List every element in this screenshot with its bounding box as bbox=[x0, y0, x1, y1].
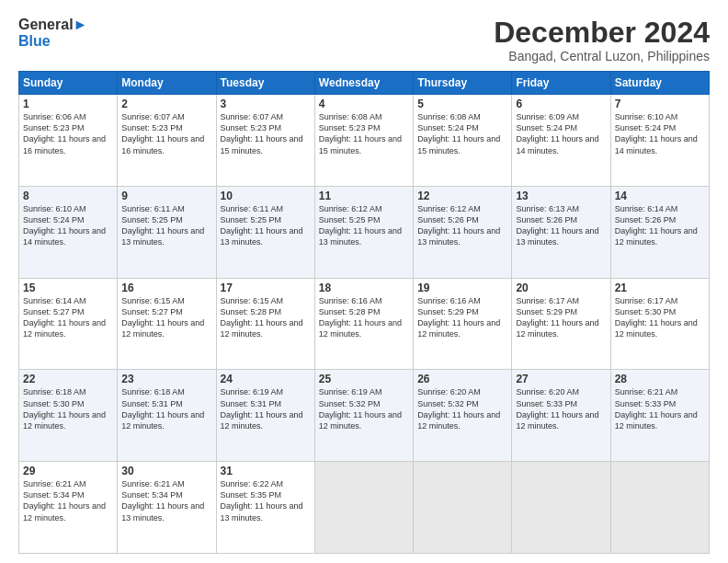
calendar-week-1: 1Sunrise: 6:06 AMSunset: 5:23 PMDaylight… bbox=[19, 95, 710, 187]
day-info: Sunrise: 6:07 AMSunset: 5:23 PMDaylight:… bbox=[121, 111, 211, 156]
day-info: Sunrise: 6:14 AMSunset: 5:27 PMDaylight:… bbox=[23, 295, 113, 340]
day-info: Sunrise: 6:16 AMSunset: 5:28 PMDaylight:… bbox=[319, 295, 409, 340]
day-info: Sunrise: 6:17 AMSunset: 5:30 PMDaylight:… bbox=[615, 295, 705, 340]
calendar-cell: 7Sunrise: 6:10 AMSunset: 5:24 PMDaylight… bbox=[610, 95, 709, 187]
col-monday: Monday bbox=[118, 72, 216, 95]
day-number: 5 bbox=[417, 98, 507, 110]
day-number: 31 bbox=[221, 465, 311, 477]
calendar-cell: 4Sunrise: 6:08 AMSunset: 5:23 PMDaylight… bbox=[314, 95, 413, 187]
day-info: Sunrise: 6:17 AMSunset: 5:29 PMDaylight:… bbox=[516, 295, 606, 340]
calendar-cell: 28Sunrise: 6:21 AMSunset: 5:33 PMDayligh… bbox=[610, 370, 709, 462]
day-info: Sunrise: 6:10 AMSunset: 5:24 PMDaylight:… bbox=[615, 111, 705, 156]
calendar-week-2: 8Sunrise: 6:10 AMSunset: 5:24 PMDaylight… bbox=[19, 186, 710, 278]
logo-line1: General► bbox=[18, 17, 87, 33]
day-info: Sunrise: 6:12 AMSunset: 5:26 PMDaylight:… bbox=[417, 203, 507, 248]
calendar-week-3: 15Sunrise: 6:14 AMSunset: 5:27 PMDayligh… bbox=[19, 278, 710, 370]
day-number: 17 bbox=[221, 282, 311, 294]
day-info: Sunrise: 6:08 AMSunset: 5:23 PMDaylight:… bbox=[319, 111, 409, 156]
col-tuesday: Tuesday bbox=[216, 72, 314, 95]
main-title: December 2024 bbox=[494, 17, 710, 49]
calendar-cell: 8Sunrise: 6:10 AMSunset: 5:24 PMDaylight… bbox=[19, 186, 118, 278]
calendar-cell: 16Sunrise: 6:15 AMSunset: 5:27 PMDayligh… bbox=[118, 278, 216, 370]
day-number: 8 bbox=[23, 190, 113, 202]
title-block: December 2024 Bangad, Central Luzon, Phi… bbox=[494, 17, 710, 63]
day-info: Sunrise: 6:08 AMSunset: 5:24 PMDaylight:… bbox=[417, 111, 507, 156]
day-info: Sunrise: 6:18 AMSunset: 5:31 PMDaylight:… bbox=[121, 386, 211, 431]
day-number: 1 bbox=[23, 98, 113, 110]
day-number: 11 bbox=[319, 190, 409, 202]
page: General► Blue December 2024 Bangad, Cent… bbox=[0, 0, 728, 563]
calendar-cell: 17Sunrise: 6:15 AMSunset: 5:28 PMDayligh… bbox=[216, 278, 314, 370]
calendar-cell: 1Sunrise: 6:06 AMSunset: 5:23 PMDaylight… bbox=[19, 95, 118, 187]
day-number: 15 bbox=[23, 282, 113, 294]
day-info: Sunrise: 6:22 AMSunset: 5:35 PMDaylight:… bbox=[221, 478, 311, 523]
calendar-cell: 3Sunrise: 6:07 AMSunset: 5:23 PMDaylight… bbox=[216, 95, 314, 187]
calendar-cell: 18Sunrise: 6:16 AMSunset: 5:28 PMDayligh… bbox=[314, 278, 413, 370]
calendar-cell bbox=[610, 462, 709, 554]
day-number: 13 bbox=[516, 190, 606, 202]
calendar-cell: 6Sunrise: 6:09 AMSunset: 5:24 PMDaylight… bbox=[512, 95, 610, 187]
day-number: 26 bbox=[417, 373, 507, 385]
day-number: 2 bbox=[121, 98, 211, 110]
calendar-cell: 22Sunrise: 6:18 AMSunset: 5:30 PMDayligh… bbox=[19, 370, 118, 462]
day-number: 20 bbox=[516, 282, 606, 294]
day-number: 27 bbox=[516, 373, 606, 385]
day-number: 7 bbox=[615, 98, 705, 110]
day-info: Sunrise: 6:06 AMSunset: 5:23 PMDaylight:… bbox=[23, 111, 113, 156]
col-saturday: Saturday bbox=[610, 72, 709, 95]
calendar-cell bbox=[512, 462, 610, 554]
day-info: Sunrise: 6:16 AMSunset: 5:29 PMDaylight:… bbox=[417, 295, 507, 340]
calendar-cell: 13Sunrise: 6:13 AMSunset: 5:26 PMDayligh… bbox=[512, 186, 610, 278]
calendar-cell: 20Sunrise: 6:17 AMSunset: 5:29 PMDayligh… bbox=[512, 278, 610, 370]
day-number: 3 bbox=[221, 98, 311, 110]
day-info: Sunrise: 6:10 AMSunset: 5:24 PMDaylight:… bbox=[23, 203, 113, 248]
calendar-cell: 29Sunrise: 6:21 AMSunset: 5:34 PMDayligh… bbox=[19, 462, 118, 554]
col-friday: Friday bbox=[512, 72, 610, 95]
logo: General► Blue bbox=[18, 17, 87, 50]
day-number: 23 bbox=[121, 373, 211, 385]
day-info: Sunrise: 6:12 AMSunset: 5:25 PMDaylight:… bbox=[319, 203, 409, 248]
calendar-cell: 12Sunrise: 6:12 AMSunset: 5:26 PMDayligh… bbox=[414, 186, 512, 278]
calendar-cell bbox=[414, 462, 512, 554]
col-sunday: Sunday bbox=[19, 72, 118, 95]
day-number: 14 bbox=[615, 190, 705, 202]
calendar-week-4: 22Sunrise: 6:18 AMSunset: 5:30 PMDayligh… bbox=[19, 370, 710, 462]
day-info: Sunrise: 6:19 AMSunset: 5:32 PMDaylight:… bbox=[319, 386, 409, 431]
day-info: Sunrise: 6:20 AMSunset: 5:32 PMDaylight:… bbox=[417, 386, 507, 431]
calendar-cell: 25Sunrise: 6:19 AMSunset: 5:32 PMDayligh… bbox=[314, 370, 413, 462]
day-number: 6 bbox=[516, 98, 606, 110]
calendar-cell bbox=[314, 462, 413, 554]
day-number: 12 bbox=[417, 190, 507, 202]
calendar-cell: 23Sunrise: 6:18 AMSunset: 5:31 PMDayligh… bbox=[118, 370, 216, 462]
day-info: Sunrise: 6:18 AMSunset: 5:30 PMDaylight:… bbox=[23, 386, 113, 431]
day-number: 9 bbox=[121, 190, 211, 202]
day-number: 19 bbox=[417, 282, 507, 294]
day-number: 10 bbox=[221, 190, 311, 202]
calendar-cell: 10Sunrise: 6:11 AMSunset: 5:25 PMDayligh… bbox=[216, 186, 314, 278]
day-number: 30 bbox=[121, 465, 211, 477]
calendar-cell: 24Sunrise: 6:19 AMSunset: 5:31 PMDayligh… bbox=[216, 370, 314, 462]
day-info: Sunrise: 6:11 AMSunset: 5:25 PMDaylight:… bbox=[121, 203, 211, 248]
day-info: Sunrise: 6:21 AMSunset: 5:34 PMDaylight:… bbox=[121, 478, 211, 523]
day-number: 4 bbox=[319, 98, 409, 110]
day-info: Sunrise: 6:07 AMSunset: 5:23 PMDaylight:… bbox=[221, 111, 311, 156]
calendar-cell: 26Sunrise: 6:20 AMSunset: 5:32 PMDayligh… bbox=[414, 370, 512, 462]
day-number: 21 bbox=[615, 282, 705, 294]
day-number: 28 bbox=[615, 373, 705, 385]
calendar-cell: 27Sunrise: 6:20 AMSunset: 5:33 PMDayligh… bbox=[512, 370, 610, 462]
day-info: Sunrise: 6:15 AMSunset: 5:27 PMDaylight:… bbox=[121, 295, 211, 340]
calendar-cell: 14Sunrise: 6:14 AMSunset: 5:26 PMDayligh… bbox=[610, 186, 709, 278]
day-number: 24 bbox=[221, 373, 311, 385]
calendar-cell: 15Sunrise: 6:14 AMSunset: 5:27 PMDayligh… bbox=[19, 278, 118, 370]
calendar-header-row: Sunday Monday Tuesday Wednesday Thursday… bbox=[19, 72, 710, 95]
calendar-cell: 21Sunrise: 6:17 AMSunset: 5:30 PMDayligh… bbox=[610, 278, 709, 370]
day-info: Sunrise: 6:14 AMSunset: 5:26 PMDaylight:… bbox=[615, 203, 705, 248]
day-info: Sunrise: 6:15 AMSunset: 5:28 PMDaylight:… bbox=[221, 295, 311, 340]
day-info: Sunrise: 6:21 AMSunset: 5:34 PMDaylight:… bbox=[23, 478, 113, 523]
day-number: 29 bbox=[23, 465, 113, 477]
header: General► Blue December 2024 Bangad, Cent… bbox=[18, 17, 710, 63]
calendar-table: Sunday Monday Tuesday Wednesday Thursday… bbox=[18, 71, 710, 554]
day-info: Sunrise: 6:13 AMSunset: 5:26 PMDaylight:… bbox=[516, 203, 606, 248]
calendar-cell: 19Sunrise: 6:16 AMSunset: 5:29 PMDayligh… bbox=[414, 278, 512, 370]
col-thursday: Thursday bbox=[414, 72, 512, 95]
